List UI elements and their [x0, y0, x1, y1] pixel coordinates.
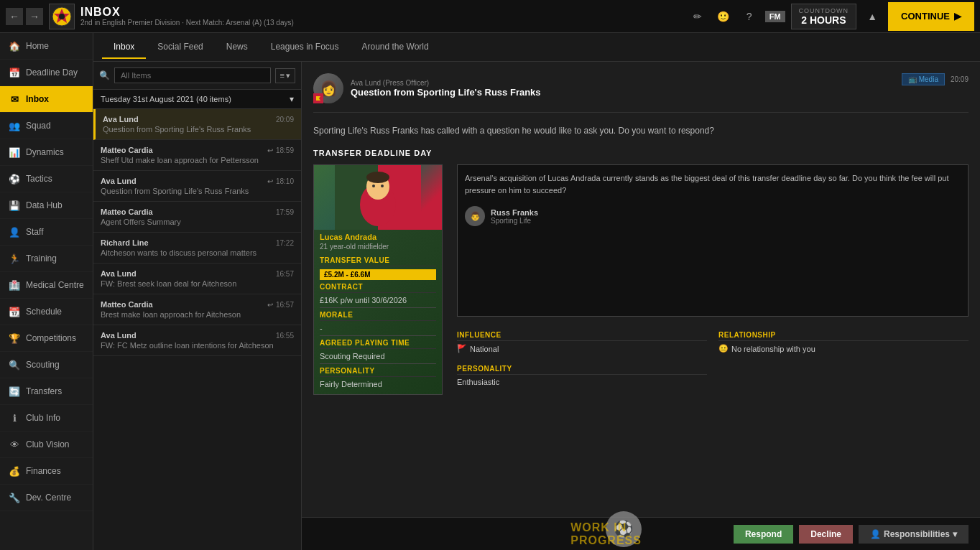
influence-section: INFLUENCE 🚩 National — [457, 331, 707, 353]
reply-icon: ↩ — [267, 301, 273, 309]
sidebar: 🏠 Home 📅 Deadline Day ✉ Inbox 👥 Squad 📊 … — [0, 33, 93, 550]
sidebar-label-inbox: Inbox — [26, 94, 49, 104]
countdown-expand-icon[interactable]: ▲ — [862, 6, 882, 27]
help-icon[interactable]: ? — [739, 6, 759, 27]
forward-button[interactable]: → — [26, 8, 43, 25]
countdown-box: COUNTDOWN 2 HOURS — [791, 4, 857, 29]
message-sender: Ava Lund — [103, 115, 139, 123]
sidebar-item-finances[interactable]: 💰 Finances — [0, 458, 93, 485]
question-text: Arsenal's acquisition of Lucas Andrada c… — [465, 172, 961, 196]
date-header-text: Tuesday 31st August 2021 (40 items) — [101, 95, 231, 103]
message-subject: Question from Sporting Life's Russ Frank… — [103, 125, 294, 134]
countdown-label: COUNTDOWN — [799, 7, 849, 14]
search-icon: 🔍 — [99, 70, 110, 80]
sidebar-item-medical[interactable]: 🏥 Medical Centre — [0, 272, 93, 299]
personality-label-player: PERSONALITY — [320, 367, 436, 377]
list-item[interactable]: Matteo Cardia ↩ 16:57 Brest make loan ap… — [93, 294, 301, 325]
sidebar-item-competitions[interactable]: 🏆 Competitions — [0, 325, 93, 352]
tab-news[interactable]: News — [215, 36, 259, 59]
morale-label: MORALE — [320, 311, 436, 321]
sidebar-item-staff[interactable]: 👤 Staff — [0, 219, 93, 246]
message-detail: 👩 Ava Lund (Press Officer) Question from… — [302, 62, 980, 517]
list-item[interactable]: Ava Lund 16:57 FW: Brest seek loan deal … — [93, 264, 301, 294]
decline-button[interactable]: Decline — [799, 525, 853, 544]
contract-label: CONTRACT — [320, 283, 436, 293]
content-area: 🔍 ≡ ▾ Tuesday 31st August 2021 (40 items… — [93, 62, 980, 550]
transfer-deadline-title: TRANSFER DEADLINE DAY — [313, 149, 969, 157]
nav-arrows: ← → — [6, 8, 43, 25]
sidebar-item-transfers[interactable]: 🔄 Transfers — [0, 378, 93, 405]
sidebar-item-scouting[interactable]: 🔍 Scouting — [0, 352, 93, 378]
sidebar-item-training[interactable]: 🏃 Training — [0, 246, 93, 272]
sidebar-item-squad[interactable]: 👥 Squad — [0, 113, 93, 139]
continue-button[interactable]: CONTINUE ▶ — [888, 2, 974, 31]
tab-world[interactable]: Around the World — [350, 36, 440, 59]
back-button[interactable]: ← — [6, 8, 23, 25]
sidebar-item-deadline[interactable]: 📅 Deadline Day — [0, 60, 93, 86]
sidebar-item-devcentre[interactable]: 🔧 Dev. Centre — [0, 485, 93, 511]
tab-bar: Inbox Social Feed News Leagues in Focus … — [93, 33, 980, 62]
search-input[interactable] — [114, 67, 271, 83]
responsibilities-icon: 👤 — [870, 529, 881, 539]
sidebar-item-clubinfo[interactable]: ℹ Club Info — [0, 405, 93, 432]
tab-social-feed[interactable]: Social Feed — [146, 36, 214, 59]
respond-button[interactable]: Respond — [734, 525, 793, 544]
message-sender: Ava Lund — [101, 331, 137, 340]
date-header-chevron-icon: ▾ — [290, 94, 294, 104]
sidebar-label-schedule: Schedule — [26, 307, 62, 317]
sidebar-item-datahub[interactable]: 💾 Data Hub — [0, 192, 93, 219]
sender-info: 👩 Ava Lund (Press Officer) Question from… — [313, 73, 541, 103]
svg-point-9 — [381, 185, 384, 187]
message-sender: Matteo Cardia — [101, 300, 153, 309]
relationship-value: 😐 No relationship with you — [718, 344, 969, 353]
sidebar-item-dynamics[interactable]: 📊 Dynamics — [0, 139, 93, 166]
list-item[interactable]: Richard Line 17:22 Aitcheson wants to di… — [93, 233, 301, 264]
list-item[interactable]: Ava Lund ↩ 18:10 Question from Sporting … — [93, 171, 301, 202]
sidebar-item-home[interactable]: 🏠 Home — [0, 33, 93, 60]
inbox-title: INBOX — [80, 6, 294, 19]
scouting-icon: 🔍 — [9, 359, 20, 370]
message-time: 18:10 — [276, 177, 294, 185]
tab-inbox[interactable]: Inbox — [102, 36, 146, 59]
morale-value: - — [320, 324, 436, 332]
sidebar-item-inbox[interactable]: ✉ Inbox — [0, 86, 93, 113]
list-item[interactable]: Matteo Cardia ↩ 18:59 Sheff Utd make loa… — [93, 140, 301, 171]
sidebar-label-finances: Finances — [26, 466, 61, 476]
detail-body: Sporting Life's Russ Franks has called w… — [313, 124, 969, 137]
main-layout: 🏠 Home 📅 Deadline Day ✉ Inbox 👥 Squad 📊 … — [0, 33, 980, 550]
tab-leagues[interactable]: Leagues in Focus — [259, 36, 351, 59]
player-desc: 21 year-old midfielder — [314, 243, 442, 256]
top-bar-icons: ✏ 🙂 ? FM COUNTDOWN 2 HOURS ▲ CONTINUE ▶ — [688, 2, 974, 31]
detail-panel: 👩 Ava Lund (Press Officer) Question from… — [302, 62, 980, 550]
sidebar-label-clubvision: Club Vision — [26, 439, 69, 449]
list-item[interactable]: Ava Lund 20:09 Question from Sporting Li… — [93, 109, 301, 140]
sidebar-item-tactics[interactable]: ⚽ Tactics — [0, 166, 93, 192]
message-time: 17:22 — [276, 239, 294, 247]
sidebar-item-clubvision[interactable]: 👁 Club Vision — [0, 432, 93, 458]
edit-icon[interactable]: ✏ — [688, 6, 708, 27]
devcentre-icon: 🔧 — [9, 492, 20, 503]
message-subject: FW: Brest seek loan deal for Aitcheson — [101, 279, 294, 288]
message-time: 16:57 — [276, 301, 294, 309]
sidebar-label-transfers: Transfers — [26, 386, 62, 396]
media-badge: 📺 Media — [902, 73, 945, 85]
list-item[interactable]: Ava Lund 16:55 FW: FC Metz outline loan … — [93, 325, 301, 356]
responsibilities-button[interactable]: 👤 Responsibilities ▾ — [859, 525, 969, 544]
sidebar-label-squad: Squad — [26, 121, 51, 131]
detail-header: 👩 Ava Lund (Press Officer) Question from… — [313, 73, 969, 113]
relationship-icon: 😐 — [718, 344, 729, 353]
personality-label-journalist: PERSONALITY — [457, 365, 707, 375]
action-bar: ⚽ WORK INPROGRESS Respond Decline 👤 Resp… — [302, 517, 980, 550]
inbox-icon: ✉ — [9, 93, 20, 105]
message-time: 20:09 — [276, 116, 294, 123]
questioner-name: Russ Franks — [491, 208, 538, 217]
sidebar-label-scouting: Scouting — [26, 360, 60, 370]
filter-button[interactable]: ≡ ▾ — [275, 68, 295, 83]
transfer-deadline-content: Lucas Andrada 21 year-old midfielder TRA… — [313, 164, 969, 395]
playing-time-label: AGREED PLAYING TIME — [320, 339, 436, 349]
face-icon[interactable]: 🙂 — [713, 6, 734, 27]
sidebar-item-schedule[interactable]: 📆 Schedule — [0, 299, 93, 325]
list-item[interactable]: Matteo Cardia 17:59 Agent Offers Summary — [93, 202, 301, 233]
date-header[interactable]: Tuesday 31st August 2021 (40 items) ▾ — [93, 90, 301, 109]
svg-point-8 — [372, 185, 375, 187]
